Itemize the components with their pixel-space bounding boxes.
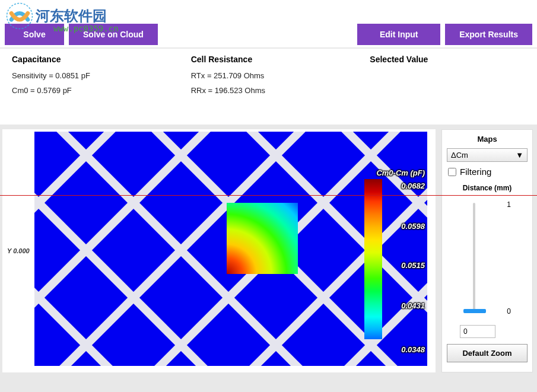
plot-canvas[interactable]: Cm0-Cm (pF) 0.0682 0.0598 0.0515 0.0431 …: [34, 132, 427, 366]
visualization-wrapper: Y 0.000: [0, 125, 537, 375]
plot-area[interactable]: Y 0.000: [2, 129, 436, 372]
watermark-logo-icon: [6, 2, 33, 30]
chevron-down-icon: ▼: [516, 151, 523, 160]
map-type-dropdown[interactable]: ΔCm ▼: [447, 148, 528, 162]
legend-tick-3: 0.0431: [401, 301, 425, 310]
dropdown-value: ΔCm: [451, 151, 468, 160]
svg-rect-1: [227, 203, 298, 274]
export-results-button[interactable]: Export Results: [445, 24, 532, 45]
slider-track[interactable]: [473, 203, 475, 311]
slider-max: 1: [507, 200, 511, 209]
rtx-value: RTx = 251.709 Ohms: [191, 71, 347, 80]
selected-title: Selected Value: [370, 55, 525, 64]
capacitance-section: Capacitance Sensitivity = 0.0851 pF Cm0 …: [12, 55, 167, 101]
capacitance-title: Capacitance: [12, 55, 167, 64]
default-zoom-button[interactable]: Default Zoom: [447, 344, 528, 362]
resistance-section: Cell Resistance RTx = 251.709 Ohms RRx =…: [191, 55, 347, 101]
red-guide-line: [0, 195, 537, 196]
resistance-title: Cell Resistance: [191, 55, 347, 64]
filtering-checkbox-row[interactable]: Filtering: [447, 162, 528, 181]
maps-title: Maps: [447, 130, 528, 148]
heatmap-overlay: [227, 203, 298, 274]
distance-label: Distance (mm): [447, 184, 528, 192]
edit-input-button[interactable]: Edit Input: [357, 24, 440, 45]
selected-section: Selected Value: [370, 55, 525, 101]
legend-tick-2: 0.0515: [401, 261, 425, 270]
rrx-value: RRx = 196.523 Ohms: [191, 86, 347, 95]
cm0-value: Cm0 = 0.5769 pF: [12, 86, 167, 95]
color-legend: [364, 179, 382, 339]
sensitivity-value: Sensitivity = 0.0851 pF: [12, 71, 167, 80]
slider-min: 0: [507, 307, 511, 315]
legend-tick-1: 0.0598: [401, 222, 425, 231]
svg-point-0: [7, 4, 33, 29]
legend-tick-0: 0.0682: [401, 181, 425, 190]
filtering-checkbox[interactable]: [448, 168, 456, 176]
slider-thumb[interactable]: [463, 309, 486, 313]
legend-title: Cm0-Cm (pF): [376, 168, 425, 177]
distance-input[interactable]: [460, 325, 495, 338]
info-panel: Capacitance Sensitivity = 0.0851 pF Cm0 …: [0, 49, 537, 125]
legend-tick-4: 0.0348: [401, 345, 425, 354]
watermark-url: www.pc0359.cn: [53, 24, 119, 33]
distance-slider[interactable]: 1 0: [447, 197, 528, 321]
maps-panel: Maps ΔCm ▼ Filtering Distance (mm) 1 0 D…: [441, 129, 533, 372]
filtering-label: Filtering: [460, 167, 491, 177]
y-axis-label: Y 0.000: [7, 247, 30, 254]
watermark-text: 河东软件园: [36, 7, 107, 26]
